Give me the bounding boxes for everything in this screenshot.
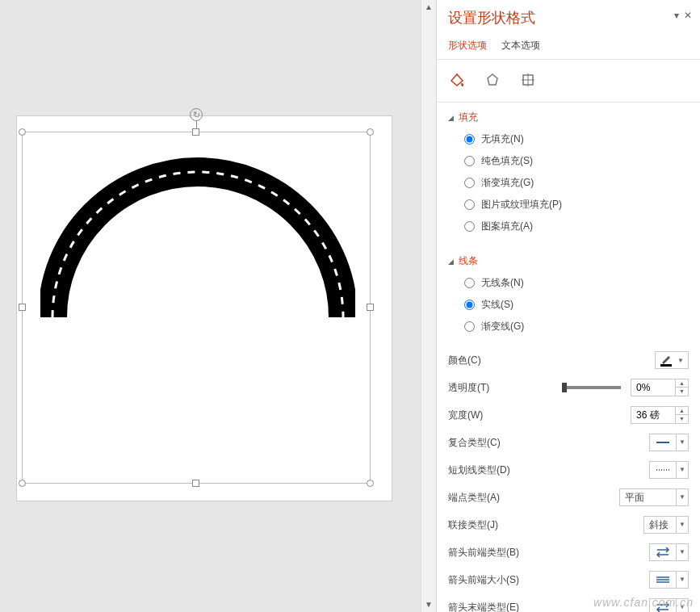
dash-line-icon [655, 464, 671, 476]
chevron-down-icon[interactable]: ▼ [676, 517, 688, 533]
format-shape-panel: 设置形状格式 ▾ ✕ 形状选项 文本选项 ◢ 填充 无填充(N) 纯色填充(S) [436, 0, 700, 612]
close-icon[interactable]: ✕ [684, 10, 692, 21]
join-dropdown[interactable]: 斜接▼ [643, 516, 689, 534]
spin-up-icon[interactable]: ▲ [676, 379, 688, 388]
cap-label: 端点类型(A) [448, 491, 500, 505]
compound-dropdown[interactable]: ▼ [649, 434, 689, 451]
tab-shape-options[interactable]: 形状选项 [448, 36, 487, 59]
svg-marker-0 [488, 74, 497, 85]
arrow-begin-size-dropdown[interactable]: ▼ [649, 571, 689, 589]
chevron-down-icon[interactable]: ▼ [676, 462, 688, 478]
resize-handle[interactable] [367, 128, 374, 136]
resize-handle[interactable] [192, 480, 199, 487]
width-label: 宽度(W) [448, 409, 483, 422]
join-row: 联接类型(J) 斜接▼ [437, 511, 700, 539]
fill-line-icon[interactable] [448, 71, 466, 89]
chevron-down-icon[interactable]: ▼ [676, 489, 688, 505]
width-row: 宽度(W) ▲▼ [437, 401, 700, 429]
cap-row: 端点类型(A) 平面▼ [437, 484, 700, 511]
join-label: 联接类型(J) [448, 518, 498, 532]
resize-handle[interactable] [367, 480, 374, 487]
scroll-down-icon[interactable]: ▼ [421, 597, 436, 612]
transparency-slider[interactable] [564, 386, 621, 389]
arrow-end-type-label: 箭头末端类型(E) [448, 601, 519, 613]
dash-row: 短划线类型(D) ▼ [437, 456, 700, 484]
rotate-handle[interactable]: ↻ [190, 108, 203, 121]
panel-header: 设置形状格式 ▾ ✕ [437, 0, 700, 36]
size-properties-icon[interactable] [519, 71, 537, 89]
resize-handle[interactable] [19, 304, 26, 311]
compound-line-icon [655, 437, 671, 448]
resize-handle[interactable] [192, 128, 199, 136]
dash-label: 短划线类型(D) [448, 463, 510, 477]
fill-section: ◢ 填充 无填充(N) 纯色填充(S) 渐变填充(G) 图片或纹理填充(P) 图… [437, 103, 700, 246]
resize-handle[interactable] [19, 480, 26, 487]
arrow-begin-type-row: 箭头前端类型(B) ▼ [437, 539, 700, 566]
arrow-end-type-row: 箭头末端类型(E) ▼ [437, 593, 700, 612]
panel-tabs: 形状选项 文本选项 [437, 36, 700, 60]
width-input[interactable]: ▲▼ [631, 406, 689, 424]
effects-icon[interactable] [484, 71, 501, 89]
arrow-type-icon [655, 547, 671, 558]
category-icons [437, 60, 700, 103]
arrow-type-icon [655, 602, 671, 612]
panel-title: 设置形状格式 [448, 8, 689, 27]
chevron-down-icon[interactable]: ▼ [676, 572, 688, 588]
spin-down-icon[interactable]: ▼ [676, 388, 688, 396]
panel-menu-icon[interactable]: ▾ [674, 10, 679, 21]
scroll-up-icon[interactable]: ▲ [421, 0, 436, 15]
fill-gradient-radio[interactable]: 渐变填充(G) [464, 176, 689, 190]
canvas-area[interactable]: ↻ ▲ ▼ [0, 0, 436, 612]
color-picker-button[interactable]: ▼ [655, 351, 689, 369]
fill-pattern-radio[interactable]: 图案填充(A) [464, 220, 689, 233]
cap-dropdown[interactable]: 平面▼ [619, 488, 689, 506]
spin-down-icon[interactable]: ▼ [676, 415, 688, 423]
line-section: ◢ 线条 无线条(N) 实线(S) 渐变线(G) [437, 246, 700, 346]
line-gradient-radio[interactable]: 渐变线(G) [464, 320, 689, 333]
fill-none-radio[interactable]: 无填充(N) [464, 132, 689, 146]
transparency-row: 透明度(T) ▲▼ [437, 374, 700, 401]
dash-dropdown[interactable]: ▼ [649, 461, 689, 479]
line-solid-radio[interactable]: 实线(S) [464, 298, 689, 312]
selection-box[interactable]: ↻ [22, 132, 371, 484]
compound-row: 复合类型(C) ▼ [437, 429, 700, 456]
line-none-radio[interactable]: 无线条(N) [464, 276, 689, 290]
arrow-begin-size-label: 箭头前端大小(S) [448, 573, 519, 587]
fill-solid-radio[interactable]: 纯色填充(S) [464, 154, 689, 168]
resize-handle[interactable] [19, 128, 26, 136]
color-row: 颜色(C) ▼ [437, 346, 700, 374]
line-section-header[interactable]: ◢ 线条 [448, 254, 689, 268]
arrow-size-icon [655, 574, 671, 585]
transparency-label: 透明度(T) [448, 381, 489, 395]
spin-up-icon[interactable]: ▲ [676, 407, 688, 415]
arrow-end-type-dropdown[interactable]: ▼ [649, 598, 689, 612]
chevron-down-icon[interactable]: ▼ [676, 599, 688, 612]
transparency-input[interactable]: ▲▼ [631, 379, 689, 396]
chevron-down-icon[interactable]: ▼ [676, 434, 688, 451]
color-label: 颜色(C) [448, 354, 481, 367]
line-section-title: 线条 [459, 254, 478, 268]
chevron-down-icon[interactable]: ▼ [676, 544, 688, 560]
arrow-begin-size-row: 箭头前端大小(S) ▼ [437, 566, 700, 593]
rotate-stem [196, 121, 197, 128]
fill-picture-radio[interactable]: 图片或纹理填充(P) [464, 198, 689, 212]
arrow-begin-type-dropdown[interactable]: ▼ [649, 543, 689, 561]
collapse-icon: ◢ [448, 114, 454, 122]
pen-icon [660, 354, 672, 364]
fill-section-header[interactable]: ◢ 填充 [448, 111, 689, 124]
fill-section-title: 填充 [459, 111, 478, 124]
collapse-icon: ◢ [448, 258, 454, 266]
tab-text-options[interactable]: 文本选项 [501, 36, 540, 59]
compound-label: 复合类型(C) [448, 436, 501, 450]
canvas-scrollbar[interactable]: ▲ ▼ [421, 0, 436, 612]
resize-handle[interactable] [367, 304, 374, 311]
arrow-begin-type-label: 箭头前端类型(B) [448, 546, 519, 560]
